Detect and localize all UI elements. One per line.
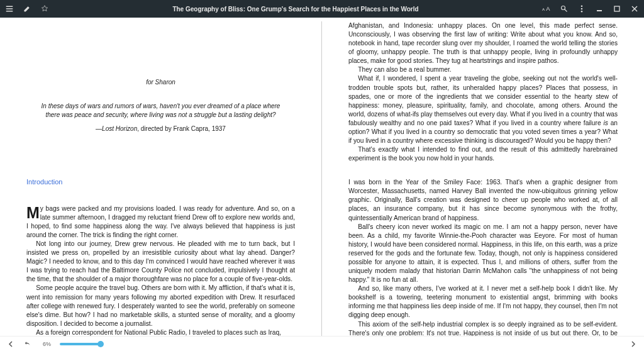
star-icon[interactable] <box>40 4 49 13</box>
page-right[interactable]: Afghanistan, and Indonesia: unhappy plac… <box>322 21 644 336</box>
epigraph-rest: , directed by Frank Capra, 1937 <box>137 125 226 132</box>
svg-rect-1 <box>6 8 13 9</box>
progress-slider[interactable] <box>60 343 101 345</box>
paragraph-2: Not long into our journey, Drew grew ner… <box>26 240 295 284</box>
paragraph-3: Some people acquire the travel bug. Othe… <box>26 284 295 328</box>
svg-rect-11 <box>614 6 619 11</box>
maximize-icon[interactable] <box>613 4 621 13</box>
reader-content: for Sharon In these days of wars and rum… <box>0 18 644 336</box>
p7-is: is <box>603 120 608 126</box>
dedication: for Sharon <box>26 78 295 87</box>
paragraph-1: My bags were packed and my provisions lo… <box>26 204 295 240</box>
slider-thumb[interactable] <box>97 341 104 347</box>
epigraph-title: Lost Horizon <box>102 125 137 132</box>
svg-rect-2 <box>6 11 13 12</box>
svg-point-5 <box>562 6 565 10</box>
epigraph-source: —Lost Horizon, directed by Frank Capra, … <box>26 125 295 133</box>
close-icon[interactable] <box>630 4 639 13</box>
paragraph-11: And so, like many others, I've worked at… <box>348 284 618 320</box>
paragraph-10: Ball's cheery icon never worked its magi… <box>348 223 618 285</box>
more-icon[interactable] <box>577 4 586 13</box>
svg-rect-10 <box>597 10 602 11</box>
paragraph-6: They can also be a real bummer. <box>348 65 618 74</box>
paragraph-5: Afghanistan, and Indonesia: unhappy plac… <box>348 21 618 65</box>
footer-bar: 6% <box>0 336 644 351</box>
page-left[interactable]: for Sharon In these days of wars and rum… <box>0 21 322 336</box>
svg-text:A: A <box>542 7 545 11</box>
dropcap: M <box>26 206 40 219</box>
prev-page-icon[interactable] <box>6 340 15 348</box>
svg-point-7 <box>581 5 583 7</box>
progress-percent: 6% <box>43 341 51 347</box>
edit-icon[interactable] <box>23 4 31 13</box>
section-heading: Introduction <box>26 177 295 187</box>
paragraph-12: This axiom of the self-help industrial c… <box>348 320 618 337</box>
next-page-icon[interactable] <box>629 340 638 348</box>
font-size-icon[interactable]: AA <box>542 4 551 13</box>
minimize-icon[interactable] <box>595 4 604 13</box>
svg-rect-0 <box>6 6 13 8</box>
paragraph-9: I was born in the Year of the Smiley Fac… <box>348 178 618 222</box>
epigraph: In these days of wars and rumors of wars… <box>38 102 284 120</box>
paragraph-4: As a foreign correspondent for National … <box>26 328 295 336</box>
p7-a: What if, I wondered, I spent a year trav… <box>348 75 618 126</box>
svg-point-9 <box>581 11 583 13</box>
svg-text:A: A <box>546 6 550 12</box>
sidebar-toggle-icon[interactable] <box>5 4 14 13</box>
undo-icon[interactable] <box>24 340 33 348</box>
search-icon[interactable] <box>560 4 569 13</box>
paragraph-7: What if, I wondered, I spent a year trav… <box>348 74 618 145</box>
paragraph-8: That's exactly what I intended to find o… <box>348 145 618 163</box>
titlebar: The Geography of Bliss: One Grump's Sear… <box>0 0 644 18</box>
svg-line-6 <box>565 9 567 12</box>
epigraph-dash: — <box>96 125 102 132</box>
window-title: The Geography of Bliss: One Grump's Sear… <box>49 6 542 13</box>
p1-rest: y bags were packed and my provisions loa… <box>26 205 295 238</box>
svg-point-8 <box>581 8 583 10</box>
